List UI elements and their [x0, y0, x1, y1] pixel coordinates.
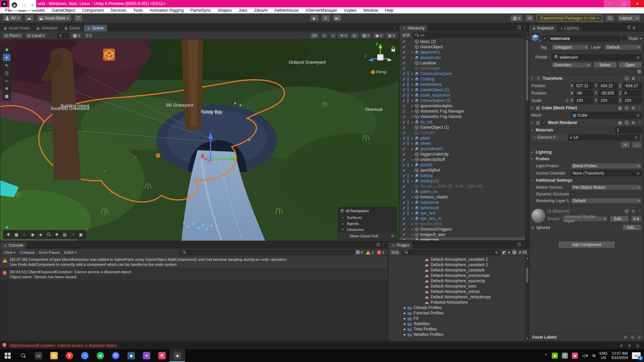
scene-panel-menu-icon[interactable]: ⋮ — [393, 25, 397, 30]
project-item-default-atmosphere-cavedark-1[interactable]: Default Atmosphere_cavedark 1 — [388, 257, 529, 262]
gizmos-dropdown[interactable]: ◍▾ — [386, 33, 397, 39]
position-z-field[interactable]: -634.17 — [623, 83, 642, 89]
mini-window-maximize-icon[interactable]: ▢ — [22, 3, 25, 7]
nav-row-agents[interactable]: ▸Agents — [338, 221, 396, 227]
open-button[interactable]: Open — [619, 62, 642, 68]
scale-z-field[interactable]: 100 — [623, 98, 642, 104]
scene-audio-toggle[interactable]: ♪ — [330, 33, 336, 39]
rotation-z-field[interactable]: 0 — [623, 90, 642, 96]
hierarchy-item-triggerundercity[interactable]: triggerUndercity — [399, 152, 529, 157]
visibility-toggle-icon[interactable] — [400, 94, 408, 97]
view-tool-button[interactable]: ✥ — [3, 46, 10, 53]
meshrenderer-presets-icon[interactable]: ▤ — [618, 120, 622, 125]
rendering-layer-dropdown[interactable]: Default▾ — [571, 198, 642, 204]
visibility-toggle-icon[interactable] — [400, 142, 408, 145]
2d-toggle[interactable]: 2D — [310, 33, 319, 39]
hierarchy-item-watercave[interactable]: watercave — [399, 237, 529, 240]
hierarchy-item-spacestationlights[interactable]: ▸spacestationlights — [399, 103, 529, 109]
rect-tool-button[interactable]: ▭ — [3, 77, 10, 84]
hierarchy-item-gameobject-1-[interactable]: GameObject (1) — [399, 125, 529, 130]
overlay-camera-icon[interactable]: ▣ — [77, 231, 85, 238]
move-tool-button[interactable]: ✛ — [3, 54, 10, 61]
mesh-field[interactable]: ▦Cube⊙ — [571, 112, 642, 118]
project-search-input[interactable]: ⧉ — [402, 250, 500, 255]
project-item-weather-profiles[interactable]: ▸Weather Profiles — [388, 332, 529, 337]
project-item-default-atmosphere-toxic[interactable]: Default Atmosphere_toxic — [388, 284, 529, 289]
network-icon[interactable]: ⧉ — [593, 353, 596, 358]
console-editor-dropdown[interactable]: Editor ▾ — [62, 250, 79, 255]
console-error-pause-toggle[interactable]: Error Pause — [37, 250, 62, 255]
layers-dropdown[interactable]: ▤▾ — [360, 33, 371, 39]
asset-store-dropdown[interactable]: ⬓Asset Store▾ — [37, 15, 71, 21]
hierarchy-item-lavaflow[interactable]: Lavaflow — [399, 60, 529, 66]
visibility-toggle-icon[interactable] — [400, 228, 408, 231]
visibility-toggle-icon[interactable] — [400, 147, 408, 151]
hierarchy-item-groundhole2[interactable]: ▸groundhole2 — [399, 146, 529, 152]
console-collapse-toggle[interactable]: Collapse — [18, 250, 37, 255]
tab-animator[interactable]: ▣Animator — [33, 25, 61, 32]
hierarchy-item-crafting[interactable]: ▸Crafting — [399, 76, 529, 82]
scale-y-field[interactable]: 100 — [598, 98, 617, 104]
dynamic-occlusion-checkbox[interactable]: ✓ — [571, 192, 575, 196]
custom-tool-button[interactable]: ▦ — [3, 93, 10, 100]
overlay-dots-icon[interactable]: ∴ — [21, 231, 28, 238]
anchor-override-field[interactable]: None (Transform)⊙ — [571, 170, 642, 176]
close-button[interactable]: ✕ — [631, 0, 644, 7]
notification-center-button[interactable]: ▭2 — [632, 352, 641, 359]
visibility-toggle-icon[interactable] — [400, 120, 408, 124]
prefab-environment-icon[interactable]: ▤ — [637, 69, 641, 73]
project-warning-icon[interactable]: ! — [512, 250, 517, 254]
tag-dropdown[interactable]: Untagged▾ — [552, 44, 589, 50]
visibility-toggle-icon[interactable] — [400, 51, 408, 54]
ignored-add-button[interactable]: Add... — [623, 224, 642, 231]
project-lock-icon[interactable] — [518, 244, 521, 246]
step-button[interactable]: ▶I — [333, 15, 341, 21]
taskbar-visual-studio-icon[interactable]: ∞ — [139, 349, 154, 362]
minimize-button[interactable]: ─ — [604, 0, 617, 7]
menu-zibraai[interactable]: ZibraAI — [251, 8, 271, 13]
visibility-toggle-icon[interactable] — [400, 83, 408, 86]
hierarchy-item-volumetric-fog-volume[interactable]: ▸Volumetric Fog Volume — [399, 114, 529, 119]
visibility-toggle-icon[interactable] — [400, 56, 408, 60]
hierarchy-item-cylinder[interactable]: Cylinder — [399, 130, 529, 135]
tray-chevron-icon[interactable]: ⌃ — [544, 353, 548, 358]
meshrenderer-preset-icon[interactable]: ≣ — [632, 120, 635, 125]
hierarchy-search-input[interactable]: All — [413, 33, 527, 38]
visibility-toggle-icon[interactable] — [400, 201, 408, 204]
meshrenderer-help-icon[interactable]: ? — [625, 120, 629, 125]
hierarchy-item-awvobjref[interactable]: awvObjRef — [399, 168, 529, 173]
hierarchy-item-dismounttriggers[interactable]: ▸DismountTriggers — [399, 227, 529, 232]
static-dropdown-icon[interactable]: ▾ — [640, 37, 642, 40]
visibility-toggle-icon[interactable] — [400, 88, 408, 92]
tab-asset-store[interactable]: ▣Asset Store — [0, 25, 33, 32]
taskbar-task-view-icon[interactable]: ▭ — [31, 349, 46, 362]
transform-help-icon[interactable]: ? — [625, 76, 629, 80]
menu-jobs[interactable]: Jobs — [235, 8, 250, 13]
element-material-field[interactable]: ●Lit⊙ — [568, 134, 640, 140]
taskbar-browser-v-icon[interactable]: V — [62, 349, 77, 362]
camera-dropdown[interactable]: ▣▾ — [373, 33, 384, 39]
visibility-toggle-icon[interactable] — [400, 67, 408, 70]
visibility-toggle-icon[interactable] — [400, 163, 408, 167]
overlay-move-icon[interactable]: ✥ — [5, 231, 12, 238]
taskbar-unity-editor-active-icon[interactable]: ◈ — [170, 349, 185, 362]
transform-foldout[interactable]: ▾ — [531, 77, 534, 80]
volume-muted-icon[interactable]: ◁✕ — [582, 353, 588, 358]
project-menu-icon[interactable]: ⋮ — [522, 243, 526, 247]
console-search-input[interactable] — [180, 250, 356, 255]
visibility-toggle-icon[interactable] — [400, 45, 408, 49]
snap-toggle[interactable]: ⌇▾ — [84, 33, 93, 39]
floating-mini-window[interactable]: ◉ ▢ ✕ — [9, 0, 36, 10]
hierarchy-item-desertrocks[interactable]: ▸desertrocks — [399, 55, 529, 60]
menu-tools[interactable]: Tools — [130, 8, 146, 13]
project-item-forecast-profiles[interactable]: ▸Forecast Profiles — [388, 310, 529, 316]
anchor-picker-icon[interactable]: ⊙ — [637, 171, 640, 176]
hierarchy-item-dockheight[interactable]: dockHeight — [399, 66, 529, 71]
menu-help[interactable]: Help — [382, 8, 397, 13]
taskbar-unity-hub-icon[interactable]: ◆ — [123, 349, 139, 362]
static-checkbox[interactable] — [622, 36, 627, 41]
hierarchy-item-spheresub[interactable]: ▸spheresub — [399, 205, 529, 210]
console-warning-entry[interactable]: [22:37:36] Component of type MonoBehavio… — [0, 256, 388, 268]
visibility-toggle-icon[interactable] — [400, 158, 408, 162]
hierarchy-item-treetestarea[interactable]: ▸treetestarea — [399, 82, 529, 87]
